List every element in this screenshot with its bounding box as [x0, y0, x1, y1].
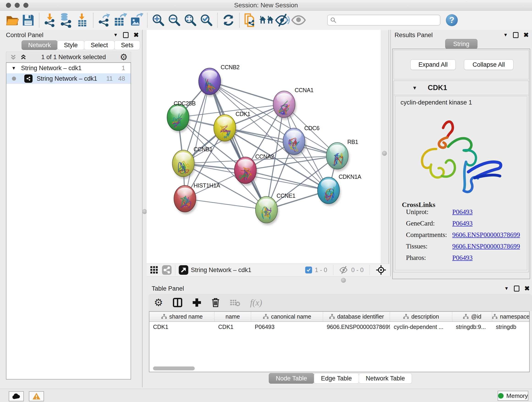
cloud-button[interactable] [9, 391, 24, 401]
column-header-name[interactable]: name [215, 312, 251, 321]
show-columns-icon[interactable] [172, 298, 183, 307]
create-column-plus-icon[interactable] [192, 298, 201, 307]
table-cell[interactable]: 9606.ENSP00000378699 [323, 322, 390, 332]
network-canvas[interactable]: CCNB2CCNA1CDC25BCDK1CDC6RB1CCNB1CCNA2CDK… [147, 30, 381, 264]
network-collection-row[interactable]: ▼ String Network – cdk1 1 [6, 63, 131, 73]
pan-crosshair-icon[interactable] [376, 265, 386, 275]
right-splitter-handle[interactable] [382, 151, 387, 156]
crosslink-link[interactable]: 9606.ENSP00000378699 [452, 231, 520, 239]
table-horizontal-scrollbar[interactable] [153, 366, 195, 370]
window-zoom-button[interactable] [23, 3, 28, 8]
import-network-from-database-icon[interactable] [58, 12, 74, 28]
table-cell[interactable]: stringdb:9... [452, 322, 492, 332]
entry-collapse-icon[interactable]: ▼ [412, 85, 417, 91]
table-cell[interactable]: stringdb [492, 322, 529, 332]
table-cell[interactable]: CDK1 [215, 322, 251, 332]
edge-CCNB2-CCNE1[interactable] [210, 81, 266, 210]
right-splitter[interactable] [389, 30, 391, 284]
table-cell[interactable]: CDK1 [149, 322, 215, 332]
open-session-icon[interactable] [4, 12, 20, 28]
horizontal-splitter-handle[interactable] [341, 278, 346, 283]
table-cell[interactable]: P06493 [251, 322, 323, 332]
memory-button[interactable]: Memory [498, 391, 528, 401]
table-row[interactable]: CDK1CDK1P064939606.ENSP00000378699cyclin… [149, 322, 529, 332]
column-header--id[interactable]: @id [452, 312, 492, 321]
node-CCNA2[interactable] [234, 157, 258, 186]
zoom-in-icon[interactable] [150, 12, 166, 28]
tab-style[interactable]: Style [57, 40, 84, 50]
table-settings-gear-icon[interactable]: ⚙ [154, 298, 163, 307]
crosslink-link[interactable]: 9606.ENSP00000378699 [452, 242, 520, 250]
tab-sets[interactable]: Sets [114, 40, 140, 50]
houses-icon[interactable] [259, 12, 274, 28]
panel-float-icon[interactable] [513, 32, 519, 38]
collection-expand-icon[interactable]: ▼ [12, 65, 16, 71]
export-table-icon[interactable] [112, 12, 128, 28]
node-CDKN1A[interactable] [317, 177, 341, 206]
save-session-icon[interactable] [20, 12, 36, 28]
left-splitter-handle[interactable] [142, 209, 147, 214]
edge-CCNB2-HIST1H1A[interactable] [185, 81, 210, 199]
column-header-namespace[interactable]: namespace [492, 312, 529, 321]
node-CCNE1[interactable] [255, 196, 279, 225]
expand-all-chevron-icon[interactable] [19, 53, 27, 61]
column-header-canonical-name[interactable]: canonical name [251, 312, 323, 321]
network-options-gear-icon[interactable]: ⚙ [120, 53, 128, 61]
refresh-icon[interactable] [220, 12, 236, 28]
network-graph[interactable]: CCNB2CCNA1CDC25BCDK1CDC6RB1CCNB1CCNA2CDK… [147, 30, 381, 264]
node-CDC25B[interactable] [167, 104, 190, 133]
node-CCNB1[interactable] [172, 150, 196, 179]
warning-button[interactable] [29, 391, 44, 401]
delete-column-trash-icon[interactable] [211, 298, 220, 307]
column-header-description[interactable]: description [390, 312, 452, 321]
zoom-out-icon[interactable] [166, 12, 182, 28]
tab-network-table[interactable]: Network Table [359, 373, 412, 384]
window-minimize-button[interactable] [15, 3, 20, 8]
clone-network-icon[interactable] [242, 12, 259, 28]
expand-all-button[interactable]: Expand All [410, 59, 456, 70]
export-network-icon[interactable] [96, 12, 112, 28]
panel-float-icon[interactable] [123, 32, 128, 38]
import-network-icon[interactable] [42, 12, 58, 28]
node-CDK1[interactable] [214, 115, 237, 143]
node-CCNA1[interactable] [273, 91, 296, 120]
node-HIST1H1A[interactable] [174, 185, 197, 214]
panel-close-icon[interactable]: ✖ [525, 285, 530, 292]
column-header-database-identifier[interactable]: database identifier [323, 312, 390, 321]
panel-minimize-icon[interactable]: ▼ [503, 32, 508, 38]
entry-header[interactable]: ▼ CDK1 [394, 81, 529, 95]
zoom-fit-icon[interactable] [182, 12, 198, 28]
show-all-icon[interactable] [291, 12, 307, 28]
crosslink-link[interactable]: P06493 [452, 220, 473, 227]
tab-select[interactable]: Select [84, 40, 114, 50]
edge-CCNE1-HIST1H1A[interactable] [185, 199, 266, 210]
column-header-shared-name[interactable]: shared name [149, 312, 215, 321]
panel-close-icon[interactable]: ✖ [524, 31, 529, 39]
node-RB1[interactable] [326, 143, 349, 171]
panel-minimize-icon[interactable]: ▼ [114, 32, 118, 38]
tab-edge-table[interactable]: Edge Table [314, 373, 359, 384]
panel-minimize-icon[interactable]: ▼ [504, 286, 509, 291]
table-cell[interactable]: cyclin-dependent ... [390, 322, 452, 332]
left-splitter[interactable] [143, 30, 147, 387]
zoom-selected-icon[interactable] [198, 12, 215, 28]
node-CDC6[interactable] [283, 128, 306, 157]
network-row[interactable]: String Network – cdk1 11 48 [6, 73, 131, 84]
birdseye-view-icon[interactable] [178, 265, 189, 275]
import-table-icon[interactable] [74, 12, 90, 28]
window-close-button[interactable] [6, 3, 11, 8]
selected-nodes-checkbox[interactable] [305, 267, 312, 274]
search-input[interactable] [337, 17, 433, 24]
hide-selected-icon[interactable] [274, 12, 291, 28]
help-button[interactable]: ? [446, 14, 458, 26]
node-CCNB2[interactable] [199, 68, 222, 97]
tab-network[interactable]: Network [22, 40, 57, 50]
collapse-all-chevron-icon[interactable] [9, 53, 17, 61]
crosslink-link[interactable]: P06493 [452, 208, 473, 216]
grid-view-icon[interactable] [150, 266, 158, 274]
panel-float-icon[interactable] [514, 286, 519, 292]
crosslink-link[interactable]: P06493 [452, 254, 473, 262]
collapse-all-button[interactable]: Collapse All [464, 59, 513, 70]
tab-node-table[interactable]: Node Table [269, 373, 314, 384]
panel-close-icon[interactable]: ✖ [133, 31, 139, 39]
